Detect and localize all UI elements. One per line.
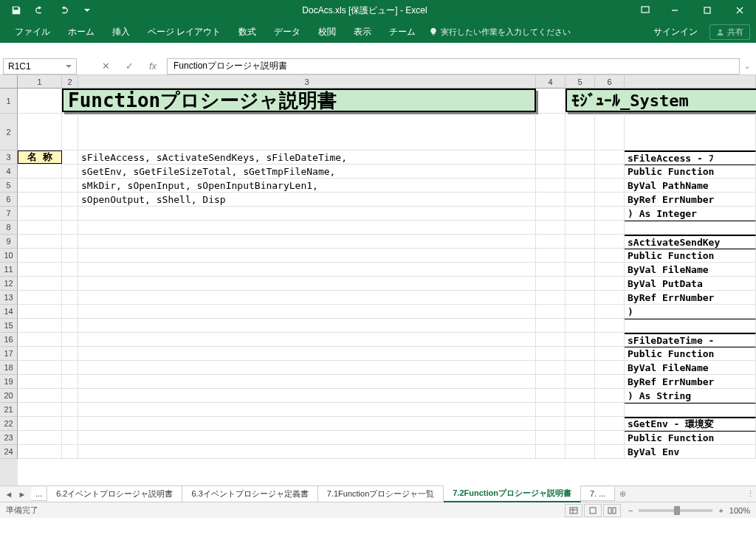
cell[interactable] xyxy=(62,347,78,360)
cell[interactable] xyxy=(595,417,625,430)
tab-view[interactable]: 表示 xyxy=(345,21,380,43)
cell[interactable]: ByVal Env xyxy=(625,445,756,458)
cell[interactable] xyxy=(536,89,566,113)
cell[interactable] xyxy=(566,263,595,276)
cell[interactable]: sFileAccess, sActivateSendKeys, sFileDat… xyxy=(78,151,536,164)
cell[interactable]: sGetEnv, sGetFileSizeTotal, sGetTmpFileN… xyxy=(78,165,536,178)
cell[interactable]: sFileAccess - ﾌ xyxy=(625,151,756,164)
cell[interactable] xyxy=(536,403,566,416)
cell[interactable] xyxy=(566,347,595,360)
cell[interactable]: ) As Integer xyxy=(625,207,756,220)
qat-customize-dropdown[interactable] xyxy=(77,1,97,19)
cell[interactable] xyxy=(62,165,78,178)
cell[interactable] xyxy=(536,179,566,192)
sheet-tab[interactable]: 7. ... xyxy=(581,487,615,501)
cell[interactable]: ByVal PathName xyxy=(625,179,756,192)
row-header[interactable]: 16 xyxy=(0,333,18,347)
cell[interactable] xyxy=(595,361,625,374)
zoom-level[interactable]: 100% xyxy=(729,506,750,515)
cell[interactable] xyxy=(566,445,595,458)
cell[interactable] xyxy=(536,249,566,262)
row-header[interactable]: 24 xyxy=(0,445,18,459)
sheet-nav-next[interactable]: ► xyxy=(16,490,28,499)
cell[interactable] xyxy=(18,249,62,262)
cell[interactable] xyxy=(625,221,756,234)
row-header[interactable]: 9 xyxy=(0,235,18,249)
row-header[interactable]: 20 xyxy=(0,389,18,403)
cell[interactable] xyxy=(595,207,625,220)
cell[interactable] xyxy=(62,249,78,262)
tab-formulas[interactable]: 数式 xyxy=(230,21,265,43)
share-button[interactable]: 共有 xyxy=(709,24,750,40)
row-header[interactable]: 1 xyxy=(0,89,18,114)
row-header[interactable]: 17 xyxy=(0,347,18,361)
cell[interactable] xyxy=(595,114,625,150)
cell[interactable] xyxy=(536,151,566,164)
cell[interactable] xyxy=(18,277,62,290)
cell[interactable] xyxy=(536,333,566,346)
cell[interactable] xyxy=(536,389,566,402)
col-header[interactable]: 4 xyxy=(536,75,566,89)
tab-review[interactable]: 校閲 xyxy=(309,21,345,43)
cell[interactable] xyxy=(536,319,566,332)
cell[interactable] xyxy=(18,375,62,388)
cell[interactable] xyxy=(536,291,566,304)
cell[interactable] xyxy=(566,151,595,164)
cell[interactable] xyxy=(536,375,566,388)
cell[interactable] xyxy=(18,179,62,192)
cell[interactable] xyxy=(62,151,78,164)
cell[interactable] xyxy=(78,431,536,444)
row-header[interactable]: 23 xyxy=(0,431,18,445)
cell[interactable]: ByVal FileName xyxy=(625,263,756,276)
cell[interactable] xyxy=(595,431,625,444)
cell[interactable]: sOpenOutput, sShell, Disp xyxy=(78,193,536,206)
worksheet-grid[interactable]: 1 2 3 4 5 6 1 2 3 4 5 6 7 8 9 10 11 12 1… xyxy=(0,75,756,485)
cell[interactable] xyxy=(78,319,536,332)
cell[interactable] xyxy=(595,151,625,164)
row-header[interactable]: 8 xyxy=(0,221,18,235)
col-header[interactable]: 2 xyxy=(62,75,78,89)
cell[interactable] xyxy=(62,207,78,220)
cell[interactable] xyxy=(595,403,625,416)
cell[interactable] xyxy=(566,389,595,402)
row-header[interactable]: 13 xyxy=(0,291,18,305)
zoom-slider[interactable] xyxy=(639,509,712,512)
sheet-tab[interactable]: 6.3イベントプロシージャ定義書 xyxy=(182,486,317,502)
cell[interactable] xyxy=(78,207,536,220)
select-all-corner[interactable] xyxy=(0,75,18,89)
cell[interactable] xyxy=(78,417,536,430)
label-cell-name[interactable]: 名 称 xyxy=(18,151,62,164)
cell[interactable] xyxy=(566,179,595,192)
cell[interactable] xyxy=(566,114,595,150)
cell[interactable] xyxy=(18,291,62,304)
cell[interactable] xyxy=(78,375,536,388)
module-cell[interactable]: ﾓｼﾞｭｰﾙ_System xyxy=(566,89,756,112)
maximize-button[interactable] xyxy=(691,0,724,21)
cell[interactable] xyxy=(595,221,625,234)
title-cell[interactable]: Functionプロシージャ説明書 xyxy=(62,89,536,112)
row-header[interactable]: 7 xyxy=(0,207,18,221)
tab-page-layout[interactable]: ページ レイアウト xyxy=(139,21,230,43)
cell[interactable] xyxy=(566,375,595,388)
cell[interactable] xyxy=(62,333,78,346)
cell[interactable] xyxy=(595,305,625,318)
cell[interactable] xyxy=(78,221,536,234)
sheet-tab[interactable]: 7.1Functionプロシージャ一覧 xyxy=(318,486,444,502)
cell[interactable] xyxy=(62,389,78,402)
cell[interactable] xyxy=(536,221,566,234)
cell[interactable] xyxy=(536,305,566,318)
cell[interactable] xyxy=(18,319,62,332)
cell[interactable] xyxy=(595,193,625,206)
cell[interactable] xyxy=(62,431,78,444)
cell[interactable] xyxy=(62,291,78,304)
cell[interactable] xyxy=(18,417,62,430)
cell[interactable] xyxy=(62,445,78,458)
fx-button[interactable]: fx xyxy=(146,60,159,73)
cell[interactable] xyxy=(595,235,625,248)
cell[interactable]: Public Function xyxy=(625,165,756,178)
cell[interactable] xyxy=(18,403,62,416)
cell[interactable] xyxy=(62,277,78,290)
cell[interactable] xyxy=(566,207,595,220)
cell[interactable] xyxy=(18,445,62,458)
add-sheet-button[interactable]: ⊕ xyxy=(615,489,630,499)
